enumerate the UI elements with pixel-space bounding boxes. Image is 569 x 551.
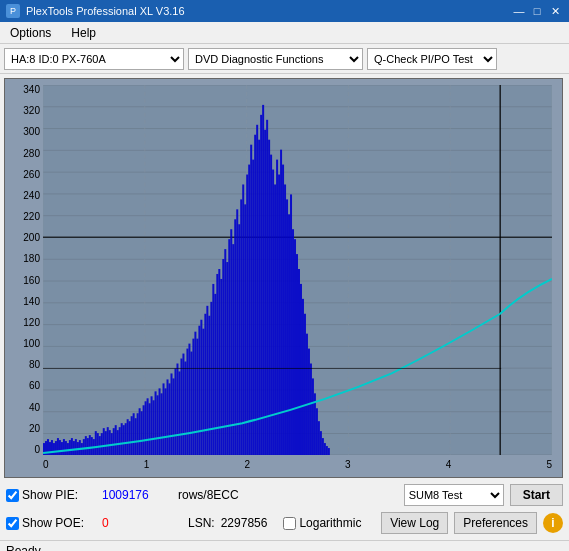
logarithmic-checkbox[interactable] (283, 517, 296, 530)
svg-rect-152 (294, 239, 296, 455)
svg-rect-100 (190, 352, 192, 455)
menu-options[interactable]: Options (4, 24, 57, 42)
svg-rect-37 (65, 441, 67, 455)
svg-rect-56 (103, 428, 105, 455)
svg-rect-72 (135, 418, 137, 455)
svg-rect-138 (266, 120, 268, 455)
svg-rect-85 (161, 393, 163, 455)
restore-button[interactable]: □ (529, 3, 545, 19)
svg-rect-98 (186, 349, 188, 455)
svg-rect-160 (310, 363, 312, 455)
svg-rect-90 (170, 373, 172, 455)
svg-rect-110 (210, 302, 212, 455)
preferences-button[interactable]: Preferences (454, 512, 537, 534)
svg-rect-150 (290, 194, 292, 455)
svg-rect-141 (272, 170, 274, 455)
svg-rect-121 (232, 244, 234, 455)
svg-rect-76 (143, 405, 145, 455)
svg-rect-151 (292, 229, 294, 455)
svg-rect-134 (258, 140, 260, 455)
svg-rect-46 (83, 439, 85, 455)
svg-rect-163 (316, 408, 318, 455)
svg-rect-59 (109, 430, 111, 455)
svg-rect-79 (149, 403, 151, 455)
x-axis: 0 1 2 3 4 5 (43, 455, 552, 473)
svg-rect-107 (204, 314, 206, 455)
menu-help[interactable]: Help (65, 24, 102, 42)
svg-rect-31 (53, 443, 55, 455)
svg-rect-71 (133, 413, 135, 455)
svg-rect-159 (308, 349, 310, 455)
chart-area: 340 320 300 280 260 240 220 200 180 160 … (4, 78, 563, 478)
svg-rect-104 (198, 326, 200, 455)
lsn-value: 2297856 (221, 516, 268, 530)
svg-rect-153 (296, 254, 298, 455)
svg-rect-83 (157, 395, 159, 455)
svg-rect-41 (73, 441, 75, 455)
poe-value: 0 (102, 516, 172, 530)
show-poe-checkbox[interactable] (6, 517, 19, 530)
svg-rect-63 (117, 430, 119, 455)
test-select[interactable]: Q-Check PI/PO Test (367, 48, 497, 70)
svg-rect-140 (270, 155, 272, 455)
pie-bars (43, 105, 330, 455)
app-icon: P (6, 4, 20, 18)
toolbar: HA:8 ID:0 PX-760A DVD Diagnostic Functio… (0, 44, 569, 74)
start-button[interactable]: Start (510, 484, 563, 506)
svg-rect-89 (169, 383, 171, 455)
svg-rect-80 (151, 396, 153, 455)
svg-rect-67 (125, 423, 127, 455)
svg-rect-167 (324, 443, 326, 455)
svg-rect-149 (288, 214, 290, 455)
svg-rect-112 (214, 294, 216, 455)
title-bar-left: P PlexTools Professional XL V3.16 (6, 4, 185, 18)
info-button[interactable]: i (543, 513, 563, 533)
svg-rect-49 (89, 435, 91, 455)
svg-rect-102 (194, 332, 196, 455)
svg-rect-47 (85, 436, 87, 455)
close-button[interactable]: ✕ (547, 3, 563, 19)
svg-rect-69 (129, 421, 131, 455)
svg-rect-84 (159, 388, 161, 455)
sum8-test-select[interactable]: SUM8 Test (404, 484, 504, 506)
svg-rect-81 (153, 400, 155, 455)
show-pie-label[interactable]: Show PIE: (6, 488, 96, 502)
svg-rect-119 (228, 239, 230, 455)
svg-rect-127 (244, 204, 246, 455)
svg-rect-103 (196, 339, 198, 455)
svg-rect-36 (63, 439, 65, 455)
show-poe-label[interactable]: Show POE: (6, 516, 96, 530)
show-pie-checkbox[interactable] (6, 489, 19, 502)
svg-rect-158 (306, 334, 308, 455)
svg-rect-73 (137, 413, 139, 455)
svg-rect-148 (286, 199, 288, 455)
svg-rect-139 (268, 140, 270, 455)
logarithmic-label[interactable]: Logarithmic (283, 516, 361, 530)
svg-rect-74 (139, 408, 141, 455)
svg-rect-55 (101, 433, 103, 455)
svg-rect-123 (236, 209, 238, 455)
svg-rect-38 (67, 443, 69, 455)
svg-rect-35 (61, 442, 63, 455)
svg-rect-34 (59, 440, 61, 455)
svg-rect-40 (71, 438, 73, 455)
svg-rect-129 (248, 165, 250, 455)
svg-rect-68 (127, 419, 129, 455)
svg-rect-117 (224, 249, 226, 455)
svg-rect-78 (147, 398, 149, 455)
svg-rect-42 (75, 439, 77, 455)
function-select[interactable]: DVD Diagnostic Functions (188, 48, 363, 70)
svg-rect-64 (119, 427, 121, 455)
svg-rect-86 (163, 383, 165, 455)
svg-rect-133 (256, 125, 258, 455)
svg-rect-108 (206, 306, 208, 455)
svg-rect-128 (246, 175, 248, 455)
svg-rect-109 (208, 316, 210, 455)
minimize-button[interactable]: — (511, 3, 527, 19)
svg-rect-105 (200, 320, 202, 455)
status-bar: Ready (0, 540, 569, 551)
drive-select[interactable]: HA:8 ID:0 PX-760A (4, 48, 184, 70)
svg-rect-66 (123, 425, 125, 455)
view-log-button[interactable]: View Log (381, 512, 448, 534)
svg-rect-97 (184, 362, 186, 455)
